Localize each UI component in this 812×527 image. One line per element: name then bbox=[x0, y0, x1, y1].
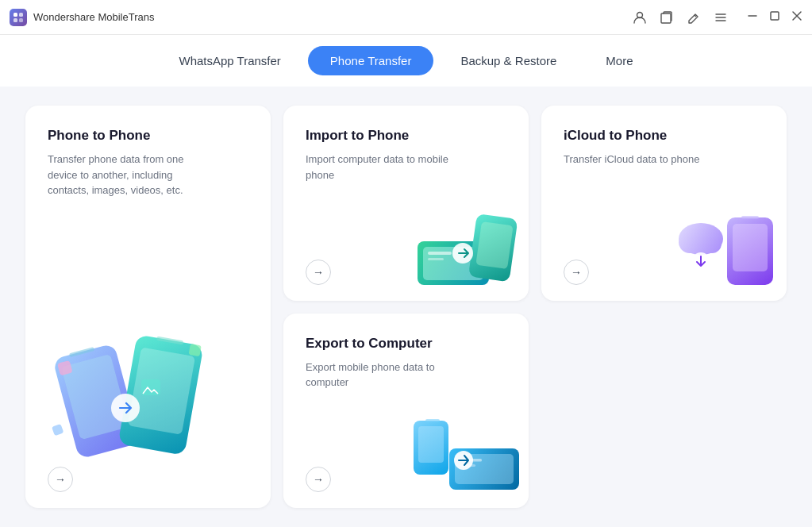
svg-rect-2 bbox=[13, 18, 17, 22]
main-content: Phone to Phone Transfer phone data from … bbox=[0, 87, 812, 527]
card-import-arrow[interactable]: → bbox=[306, 260, 331, 285]
card-phone-to-phone[interactable]: Phone to Phone Transfer phone data from … bbox=[25, 106, 271, 508]
svg-rect-26 bbox=[733, 224, 768, 271]
nav-bar: WhatsApp Transfer Phone Transfer Backup … bbox=[0, 35, 812, 87]
svg-rect-37 bbox=[418, 426, 444, 463]
svg-rect-27 bbox=[741, 216, 759, 219]
svg-point-30 bbox=[702, 234, 722, 253]
svg-rect-23 bbox=[475, 221, 513, 269]
import-illustration bbox=[414, 198, 525, 289]
tab-phone[interactable]: Phone Transfer bbox=[308, 46, 434, 75]
svg-rect-5 bbox=[661, 13, 671, 23]
square-icon[interactable] bbox=[660, 10, 674, 25]
svg-rect-0 bbox=[13, 13, 17, 17]
svg-rect-38 bbox=[425, 419, 440, 422]
svg-rect-3 bbox=[19, 18, 23, 22]
svg-rect-16 bbox=[52, 424, 63, 436]
card-export-desc: Export mobile phone data to computer bbox=[306, 360, 464, 390]
card-icloud-desc: Transfer iCloud data to phone bbox=[564, 152, 722, 167]
card-export-arrow[interactable]: → bbox=[306, 467, 331, 492]
card-icloud-arrow[interactable]: → bbox=[564, 260, 589, 285]
app-icon bbox=[10, 9, 27, 26]
svg-rect-1 bbox=[19, 13, 23, 17]
tab-backup[interactable]: Backup & Restore bbox=[438, 46, 579, 75]
title-bar-left: Wondershare MobileTrans bbox=[10, 9, 154, 26]
card-icloud-title: iCloud to Phone bbox=[564, 128, 764, 144]
app-name: Wondershare MobileTrans bbox=[33, 11, 154, 23]
title-bar-right bbox=[633, 10, 802, 25]
tab-whatsapp[interactable]: WhatsApp Transfer bbox=[156, 46, 302, 75]
icloud-illustration bbox=[675, 198, 783, 289]
card-import-desc: Import computer data to mobile phone bbox=[306, 152, 464, 183]
close-button[interactable] bbox=[791, 10, 802, 24]
person-icon[interactable] bbox=[633, 10, 647, 25]
maximize-button[interactable] bbox=[769, 10, 780, 24]
title-bar: Wondershare MobileTrans bbox=[0, 0, 812, 35]
svg-rect-20 bbox=[428, 252, 452, 255]
card-icloud-to-phone[interactable]: iCloud to Phone Transfer iCloud data to … bbox=[541, 106, 787, 301]
card-import-title: Import to Phone bbox=[306, 128, 506, 144]
card-phone-to-phone-desc: Transfer phone data from one device to a… bbox=[48, 152, 206, 198]
svg-rect-15 bbox=[189, 344, 202, 356]
card-import-to-phone[interactable]: Import to Phone Import computer data to … bbox=[283, 106, 529, 301]
window-controls bbox=[747, 10, 802, 24]
svg-rect-6 bbox=[771, 12, 779, 20]
card-export-to-computer[interactable]: Export to Computer Export mobile phone d… bbox=[283, 314, 529, 509]
card-phone-to-phone-arrow[interactable]: → bbox=[48, 467, 73, 492]
cards-grid: Phone to Phone Transfer phone data from … bbox=[25, 106, 787, 508]
minimize-button[interactable] bbox=[747, 10, 758, 24]
phone-to-phone-illustration bbox=[40, 300, 230, 467]
tab-more[interactable]: More bbox=[583, 46, 655, 75]
menu-icon[interactable] bbox=[714, 10, 728, 25]
svg-rect-21 bbox=[428, 258, 444, 260]
card-phone-to-phone-title: Phone to Phone bbox=[48, 128, 248, 144]
edit-icon[interactable] bbox=[687, 10, 701, 25]
export-illustration bbox=[410, 409, 525, 496]
svg-point-29 bbox=[679, 231, 701, 253]
card-export-title: Export to Computer bbox=[306, 336, 506, 352]
